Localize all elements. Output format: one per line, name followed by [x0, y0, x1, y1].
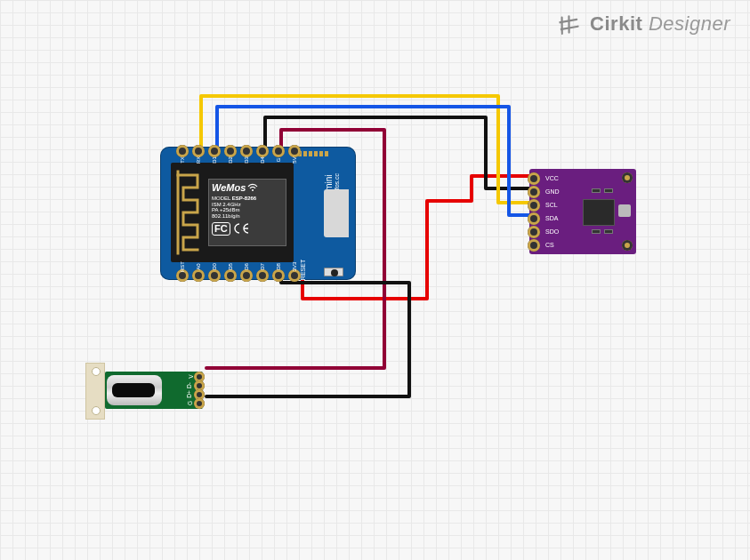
pin-label: VCC: [545, 175, 559, 181]
reset-button[interactable]: [324, 268, 343, 276]
esp-pin-d8: D8: [272, 269, 285, 282]
pin-label: D+: [185, 390, 191, 398]
esp-bottom-pin-header: RSTA0D0D5D6D7D83V3: [176, 269, 301, 282]
pin-label: D4: [260, 156, 265, 164]
brand-logo: Cirkit Designer: [560, 12, 730, 36]
esp-pin-g: G: [272, 145, 285, 157]
brand-hash-icon: [558, 12, 584, 36]
wire-g-bottom-to-usb-g: [206, 276, 409, 396]
pin-label: D0: [212, 263, 217, 270]
esp-chip-label: WeMos MODEL ESP-8266 ISM 2.4GHz PA +25dB…: [212, 182, 258, 236]
pcb-antenna-icon: [174, 168, 205, 257]
pin-label: D3: [244, 156, 249, 164]
sensor-ic-icon: [583, 199, 615, 226]
pin-label: V: [187, 374, 193, 378]
pin-label: D5: [228, 263, 233, 270]
pin-label: 5V: [292, 156, 297, 163]
esp-pin-d4: D4: [256, 145, 269, 157]
smd-component-icon: [592, 229, 601, 234]
usb-mount-plate: [85, 363, 105, 420]
smd-component-icon: [604, 229, 613, 234]
pin-label: SDA: [545, 215, 558, 221]
ce-icon: [234, 223, 250, 236]
esp-pin-5v: 5V: [288, 145, 301, 157]
pin-label: D8: [276, 263, 281, 270]
sensor-pin-sdo: [528, 226, 540, 238]
fcc-icon: FC: [212, 222, 230, 236]
wifi-icon: [247, 182, 258, 191]
module-castellation-icon: [298, 151, 335, 156]
esp-pin-d2: D2: [224, 145, 237, 157]
pin-label: D1: [212, 156, 217, 164]
microsd-slot-icon: [324, 189, 349, 237]
sensor-pin-scl: [528, 199, 540, 212]
esp-pin-a0: A0: [192, 269, 205, 282]
esp-pin-d7: D7: [256, 269, 269, 282]
esp-pin-d0: D0: [208, 269, 221, 282]
pin-label: TX: [180, 156, 185, 164]
brand-suffix: Designer: [649, 12, 730, 35]
smd-component-icon: [604, 188, 613, 193]
pin-label: CS: [545, 242, 554, 248]
esp8266-module: WeMos MODEL ESP-8266 ISM 2.4GHz PA +25dB…: [171, 163, 294, 262]
esp-pin-3v3: 3V3: [288, 269, 301, 282]
esp-pin-rst: RST: [176, 269, 189, 282]
pin-label: RX: [196, 156, 201, 164]
pin-label: D7: [260, 263, 265, 270]
module-band: ISM 2.4GHz: [212, 202, 258, 208]
pin-label: D2: [228, 156, 233, 164]
module-brand: WeMos: [212, 182, 246, 194]
svg-point-4: [252, 189, 254, 191]
sensor-pin-sda: [528, 212, 540, 225]
pin-label: A0: [196, 263, 201, 269]
pin-label: D6: [244, 263, 249, 270]
svg-line-1: [567, 16, 572, 32]
module-model: ESP-8266: [232, 196, 256, 201]
module-wifi-std: 802.11b/g/n: [212, 213, 258, 220]
sensor-chip-icon: [618, 204, 631, 217]
smd-component-icon: [592, 188, 601, 193]
mounting-hole-icon: [622, 172, 633, 183]
pin-label: G: [187, 401, 193, 405]
esp-d1-mini-board: WeMos MODEL ESP-8266 ISM 2.4GHz PA +25dB…: [160, 147, 356, 280]
esp-pin-d6: D6: [240, 269, 253, 282]
esp-pin-d1: D1: [208, 145, 221, 157]
mounting-hole-icon: [622, 240, 633, 251]
esp-pin-d5: D5: [224, 269, 237, 282]
svg-line-0: [560, 18, 565, 34]
usb-c-breakout: VD-D+G: [85, 363, 210, 420]
usb-c-connector-icon: [107, 375, 162, 405]
esp-pin-d3: D3: [240, 145, 253, 157]
pin-label: D-: [186, 382, 192, 388]
esp-pin-tx: TX: [176, 145, 189, 157]
reset-label: RESET: [300, 260, 306, 280]
pin-label: GND: [545, 188, 560, 195]
sensor-pin-cs: [528, 239, 540, 252]
sensor-pin-gnd: [528, 186, 540, 198]
brand-name: Cirkit: [590, 12, 642, 35]
module-model-prefix: MODEL: [212, 196, 230, 201]
esp-top-pin-header: TXRXD1D2D3D4G5V: [176, 145, 301, 157]
wire-layer: [0, 0, 750, 560]
usb-pin-g: [194, 398, 205, 409]
pin-label: RST: [180, 261, 185, 272]
pin-label: 3V3: [292, 262, 297, 272]
sensor-pin-vcc: [528, 172, 540, 185]
bme-sensor-board: VCCGNDSCLSDASDOCS: [529, 169, 636, 254]
module-power: PA +25dBm: [212, 207, 258, 213]
esp-pin-rx: RX: [192, 145, 205, 157]
pin-label: SDO: [545, 228, 559, 235]
pin-label: SCL: [545, 202, 558, 208]
pin-label: G: [276, 158, 281, 163]
